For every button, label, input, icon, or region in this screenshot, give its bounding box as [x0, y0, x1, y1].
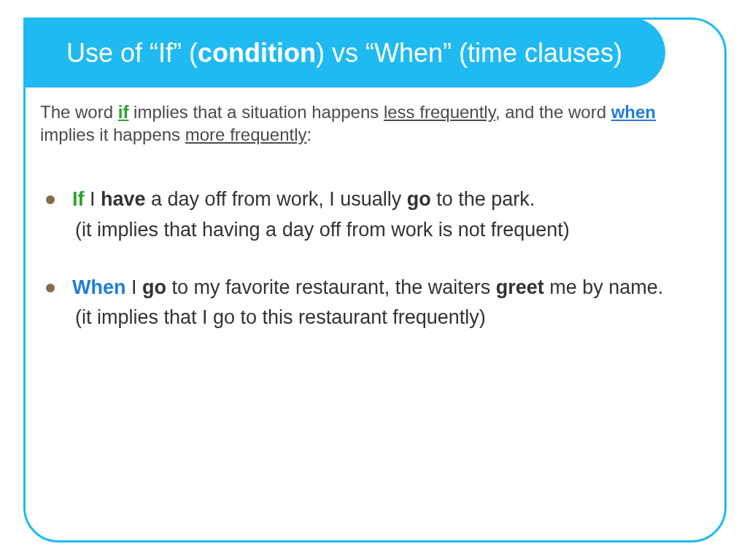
- example-text: I: [126, 276, 143, 298]
- verb-go: go: [407, 188, 431, 210]
- example-text: to the park.: [431, 188, 535, 210]
- keyword-when: when: [611, 102, 656, 122]
- example-item-if: If I have a day off from work, I usually…: [40, 187, 711, 242]
- keyword-if: if: [118, 102, 129, 122]
- title-part-post: ) vs “When” (time clauses): [316, 38, 622, 68]
- example-text: me by name.: [544, 276, 664, 298]
- slide-content: The word if implies that a situation hap…: [40, 101, 711, 362]
- example-text: I: [85, 188, 101, 210]
- example-note: (it implies that I go to this restaurant…: [72, 305, 711, 330]
- title-part-pre: Use of “If” (: [66, 38, 198, 68]
- intro-text: implies that a situation happens: [128, 102, 384, 122]
- intro-paragraph: The word if implies that a situation hap…: [40, 101, 711, 146]
- slide-title: Use of “If” (condition) vs “When” (time …: [23, 18, 665, 88]
- keyword-when: When: [72, 276, 126, 298]
- verb-have: have: [101, 188, 146, 210]
- phrase-more-frequently: more frequently: [185, 125, 307, 144]
- example-item-when: When I go to my favorite restaurant, the…: [40, 275, 711, 330]
- verb-greet: greet: [496, 276, 544, 298]
- example-text: to my favorite restaurant, the waiters: [166, 276, 496, 298]
- example-list: If I have a day off from work, I usually…: [40, 187, 711, 330]
- intro-text: :: [307, 125, 312, 144]
- example-note: (it implies that having a day off from w…: [72, 217, 711, 243]
- title-part-condition: condition: [198, 38, 316, 68]
- phrase-less-frequently: less frequently: [384, 102, 495, 122]
- intro-text: The word: [40, 102, 118, 122]
- verb-go: go: [142, 276, 166, 298]
- intro-text: implies it happens: [40, 125, 185, 144]
- intro-text: , and the word: [495, 102, 611, 122]
- slide-frame: Use of “If” (condition) vs “When” (time …: [23, 18, 727, 542]
- keyword-if: If: [72, 188, 85, 210]
- example-text: a day off from work, I usually: [146, 188, 407, 210]
